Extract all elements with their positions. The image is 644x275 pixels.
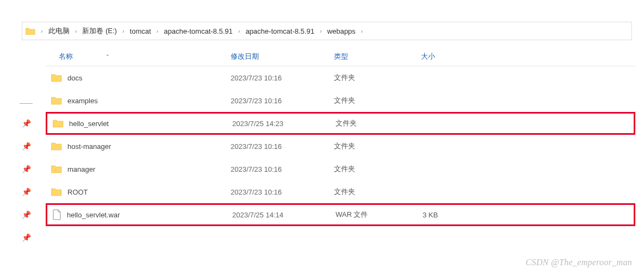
table-row[interactable]: host-manager2023/7/23 10:16文件夹	[46, 135, 635, 158]
file-date: 2023/7/23 10:16	[231, 165, 334, 173]
folder-icon	[51, 142, 62, 151]
pin-icon[interactable]: 📌	[22, 119, 31, 128]
folder-icon	[51, 188, 62, 196]
file-type: WAR 文件	[336, 210, 423, 220]
chevron-right-icon: ›	[38, 28, 46, 34]
breadcrumb-item[interactable]: 此电脑	[46, 26, 72, 36]
file-size: 3 KB	[423, 211, 488, 219]
table-row[interactable]: manager2023/7/23 10:16文件夹	[46, 158, 635, 180]
folder-icon	[51, 165, 62, 173]
file-date: 2023/7/25 14:23	[232, 120, 336, 128]
file-type: 文件夹	[334, 141, 421, 151]
folder-icon	[51, 73, 62, 82]
file-name: manager	[67, 165, 95, 173]
chevron-right-icon: ›	[317, 28, 325, 34]
column-header-size[interactable]: 大小	[421, 52, 486, 61]
file-name: docs	[67, 74, 82, 82]
folder-icon	[51, 96, 62, 105]
file-type: 文件夹	[334, 73, 421, 83]
column-label: 名称	[59, 52, 73, 61]
breadcrumb[interactable]: › 此电脑 › 新加卷 (E:) › tomcat › apache-tomca…	[22, 22, 632, 40]
table-row[interactable]: docs2023/7/23 10:16文件夹	[46, 66, 635, 89]
column-header-row: 名称 ⌃ 修改日期 类型 大小	[46, 47, 635, 66]
column-header-type[interactable]: 类型	[334, 52, 421, 61]
chevron-right-icon: ›	[153, 28, 162, 34]
table-row[interactable]: examples2023/7/23 10:16文件夹	[46, 89, 635, 112]
chevron-right-icon: ›	[358, 28, 367, 34]
breadcrumb-item[interactable]: webapps	[325, 27, 358, 35]
breadcrumb-item[interactable]: apache-tomcat-8.5.91	[243, 27, 316, 35]
file-type: 文件夹	[334, 164, 421, 174]
breadcrumb-item[interactable]: 新加卷 (E:)	[80, 26, 119, 36]
file-list: 名称 ⌃ 修改日期 类型 大小 docs2023/7/23 10:16文件夹ex…	[46, 47, 635, 226]
file-type: 文件夹	[336, 118, 423, 128]
chevron-right-icon: ›	[235, 28, 244, 34]
chevron-right-icon: ›	[119, 28, 128, 34]
file-name: host-manager	[67, 142, 111, 151]
divider	[20, 103, 33, 104]
pin-icon[interactable]: 📌	[22, 233, 31, 242]
file-date: 2023/7/23 10:16	[231, 142, 334, 151]
pin-icon[interactable]: 📌	[22, 142, 31, 151]
watermark: CSDN @The_emperoor_man	[526, 258, 632, 267]
pin-icon[interactable]: 📌	[22, 165, 31, 173]
file-type: 文件夹	[334, 187, 421, 197]
file-name: hello_servlet	[69, 120, 109, 128]
column-header-name[interactable]: 名称 ⌃	[46, 52, 231, 61]
file-type: 文件夹	[334, 96, 421, 105]
column-header-date[interactable]: 修改日期	[231, 52, 334, 61]
table-row[interactable]: ROOT2023/7/23 10:16文件夹	[46, 180, 635, 203]
table-row[interactable]: hello_servlet.war2023/7/25 14:14WAR 文件3 …	[46, 203, 635, 226]
sort-asc-icon: ⌃	[106, 54, 110, 59]
file-date: 2023/7/23 10:16	[231, 74, 334, 82]
pin-icon[interactable]: 📌	[22, 210, 31, 219]
pin-icon[interactable]: 📌	[22, 188, 31, 196]
file-date: 2023/7/23 10:16	[231, 97, 334, 105]
folder-icon	[53, 119, 64, 128]
quick-access-rail: 📌 📌 📌 📌 📌 📌	[16, 103, 36, 242]
file-name: hello_servlet.war	[67, 211, 120, 219]
file-name: examples	[67, 97, 98, 105]
file-date: 2023/7/25 14:14	[232, 211, 336, 219]
file-icon	[53, 209, 61, 220]
chevron-right-icon: ›	[72, 28, 81, 34]
file-date: 2023/7/23 10:16	[231, 188, 334, 196]
file-name: ROOT	[67, 188, 88, 196]
table-row[interactable]: hello_servlet2023/7/25 14:23文件夹	[46, 112, 635, 135]
breadcrumb-item[interactable]: apache-tomcat-8.5.91	[162, 27, 234, 35]
folder-icon	[26, 27, 35, 35]
breadcrumb-item[interactable]: tomcat	[128, 27, 153, 35]
